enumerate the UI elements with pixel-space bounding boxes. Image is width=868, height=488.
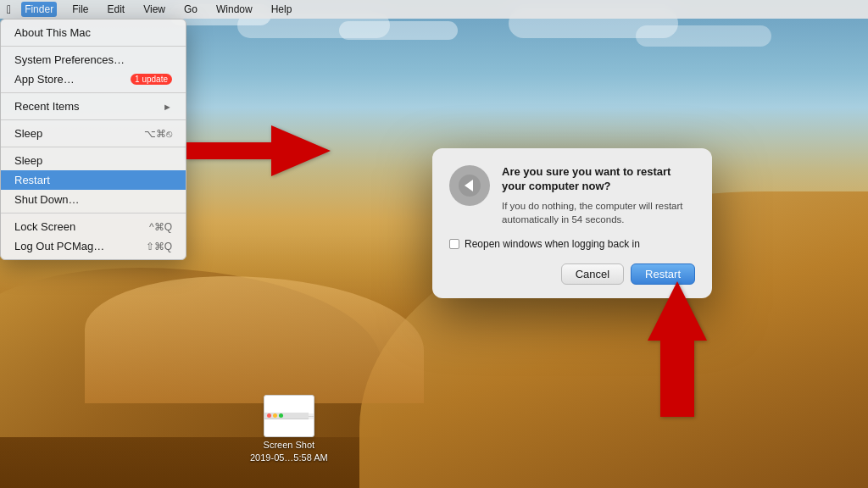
menu-item-lock-screen[interactable]: Lock Screen ^⌘Q: [1, 217, 186, 236]
menu-separator-1: [1, 46, 186, 47]
reopen-windows-checkbox[interactable]: [449, 239, 459, 249]
menubar-window[interactable]: Window: [213, 2, 256, 17]
apple-dropdown-menu: About This Mac System Preferences… App S…: [0, 19, 186, 260]
screenshot-thumbnail: ···: [264, 395, 314, 437]
screenshot-filename: Screen Shot: [264, 440, 315, 450]
recent-items-arrow: ►: [163, 102, 172, 112]
reopen-windows-label: Reopen windows when logging back in: [465, 238, 640, 250]
menu-item-logout[interactable]: Log Out PCMag… ⇧⌘Q: [1, 236, 186, 256]
dialog-content-area: Are you sure you want to restart your co…: [449, 165, 695, 226]
force-quit-shortcut: ⌥⌘⎋: [144, 128, 172, 140]
menubar-view[interactable]: View: [140, 2, 169, 17]
menu-separator-2: [1, 92, 186, 93]
arrow-left-indicator: [186, 125, 331, 180]
menu-item-shutdown[interactable]: Shut Down…: [1, 190, 186, 209]
menubar-help[interactable]: Help: [268, 2, 296, 17]
menubar-edit[interactable]: Edit: [103, 2, 128, 17]
svg-marker-1: [186, 125, 331, 176]
apple-menu-icon[interactable]: : [7, 3, 11, 16]
menu-item-force-quit[interactable]: Sleep ⌥⌘⎋: [1, 124, 186, 143]
menu-item-restart[interactable]: Restart: [1, 170, 186, 190]
menu-item-system-prefs[interactable]: System Preferences…: [1, 50, 186, 69]
menu-item-recent-items[interactable]: Recent Items ►: [1, 97, 186, 116]
menu-separator-3: [1, 119, 186, 120]
logout-shortcut: ⇧⌘Q: [146, 241, 172, 252]
menubar-finder[interactable]: Finder: [21, 2, 57, 17]
cloud-3: [339, 21, 458, 40]
arrow-up-indicator: [648, 281, 707, 420]
dialog-checkbox-row: Reopen windows when logging back in: [449, 238, 695, 250]
dialog-text-area: Are you sure you want to restart your co…: [502, 165, 695, 226]
menu-separator-4: [1, 147, 186, 147]
menubar-file[interactable]: File: [69, 2, 92, 17]
desktop-icon-screenshot[interactable]: ··· Screen Shot 2019-05…5:58 AM: [250, 395, 328, 463]
app-store-badge: 1 update: [131, 74, 172, 85]
menu-separator-5: [1, 213, 186, 214]
menubar:  Finder File Edit View Go Window Help: [0, 0, 868, 19]
dialog-icon: [449, 165, 490, 206]
menu-item-sleep[interactable]: Sleep: [1, 151, 186, 170]
screenshot-date: 2019-05…5:58 AM: [250, 452, 328, 463]
dialog-title: Are you sure you want to restart your co…: [502, 165, 695, 194]
lock-screen-shortcut: ^⌘Q: [149, 221, 172, 233]
menu-item-about[interactable]: About This Mac: [1, 23, 186, 42]
menubar-go[interactable]: Go: [181, 2, 201, 17]
restart-dialog: Are you sure you want to restart your co…: [432, 148, 712, 298]
cancel-button[interactable]: Cancel: [561, 263, 624, 285]
cloud-5: [636, 25, 771, 47]
dialog-body: If you do nothing, the computer will res…: [502, 199, 695, 226]
menu-item-app-store[interactable]: App Store… 1 update: [1, 69, 186, 89]
svg-marker-4: [648, 281, 707, 417]
